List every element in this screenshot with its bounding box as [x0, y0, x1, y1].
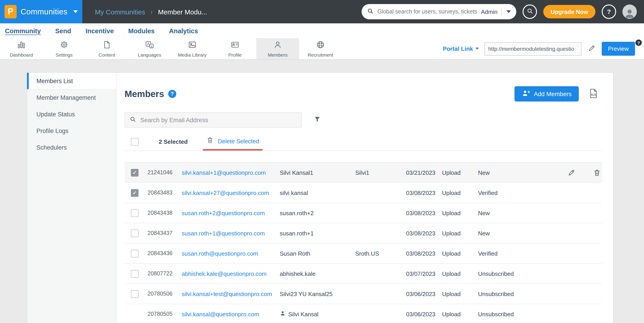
page-title: Members: [124, 89, 164, 99]
chevron-down-icon: [506, 10, 511, 13]
toolbar-item-content[interactable]: Content: [86, 38, 128, 59]
search-scope-dropdown[interactable]: [502, 8, 512, 15]
nav-item-send[interactable]: Send: [55, 27, 71, 34]
member-source: Upload: [442, 210, 478, 216]
avatar[interactable]: [622, 4, 637, 19]
translate-icon: Aa: [145, 40, 154, 51]
nav-item-community[interactable]: Community: [5, 27, 41, 34]
topbar: P Communities My Communities › Member Mo…: [0, 0, 644, 23]
email-search: [124, 112, 302, 128]
table-header-band: [124, 151, 602, 163]
search-toggle-button[interactable]: [522, 4, 537, 19]
member-email[interactable]: silvi.kansal@questionpro.com: [182, 311, 259, 318]
member-email[interactable]: silvi.kansal+test@questionpro.com: [182, 291, 272, 297]
member-status: New: [478, 210, 559, 216]
breadcrumb-parent-link[interactable]: My Communities: [95, 8, 145, 15]
nav-item-modules[interactable]: Modules: [128, 27, 155, 34]
select-all-checkbox[interactable]: [131, 138, 138, 146]
filter-button[interactable]: [314, 115, 321, 124]
member-last-name: Silvi1: [355, 169, 406, 176]
global-search-input[interactable]: [374, 8, 481, 15]
row-checkbox[interactable]: [131, 189, 138, 197]
delete-member-icon[interactable]: [593, 169, 601, 176]
member-first-name-text: Silvi23 YU Kansal25: [280, 291, 332, 297]
member-status: New: [478, 230, 559, 237]
email-search-input[interactable]: [136, 117, 297, 123]
member-email[interactable]: silvi.kansal+1@questionpro.com: [182, 169, 266, 176]
sidebar-item-member-management[interactable]: Member Management: [27, 89, 116, 106]
app-switcher[interactable]: P Communities: [0, 0, 82, 23]
content-area: Members List Member Management Update St…: [0, 60, 644, 323]
sidebar-item-members-list[interactable]: Members List: [27, 73, 116, 89]
row-checkbox[interactable]: [131, 290, 138, 298]
member-source: Upload: [442, 270, 478, 277]
portal-url-input[interactable]: [484, 42, 582, 55]
member-row: 20843437 susan.roth+1@questionpro.com su…: [124, 223, 602, 244]
header-actions: Add Members XLS: [514, 86, 598, 101]
delete-selected-button[interactable]: Delete Selected: [203, 133, 263, 150]
row-checkbox[interactable]: [131, 229, 138, 237]
member-email[interactable]: abhishek.kale@questionpro.com: [182, 270, 267, 277]
trash-icon: [207, 137, 214, 146]
member-id: 20780505: [148, 311, 182, 317]
selected-count: 2 Selected: [159, 138, 188, 145]
app-window: P Communities My Communities › Member Mo…: [0, 0, 644, 323]
svg-text:a: a: [151, 45, 152, 48]
member-status: Unsubscribed: [478, 291, 559, 297]
members-card: Members List Member Management Update St…: [26, 72, 614, 323]
member-email[interactable]: susan.roth+2@questionpro.com: [182, 210, 265, 216]
member-joined-date: 03/08/2023: [406, 230, 442, 237]
row-checkbox[interactable]: [131, 270, 138, 277]
member-first-name-text: abhishek.kale: [280, 270, 316, 277]
member-status: Verified: [478, 189, 559, 196]
member-email[interactable]: silvi.kansal+27@questionpro.com: [182, 189, 269, 196]
add-members-button[interactable]: Add Members: [514, 86, 579, 101]
member-status: Unsubscribed: [478, 270, 559, 277]
edit-member-icon[interactable]: [568, 169, 575, 176]
sidebar-item-profile-logs[interactable]: Profile Logs: [27, 123, 116, 139]
member-source: Upload: [442, 230, 478, 237]
member-joined-date: 03/06/2023: [406, 291, 442, 297]
member-email[interactable]: susan.roth+1@questionpro.com: [182, 230, 265, 237]
nav-item-analytics[interactable]: Analytics: [169, 27, 198, 34]
toolbar-item-languages[interactable]: Aa Languages: [128, 38, 171, 59]
toolbar-item-media-library[interactable]: Media Library: [171, 38, 214, 59]
toolbar-item-profile[interactable]: Profile: [214, 38, 256, 59]
svg-text:XLS: XLS: [591, 93, 596, 96]
member-first-name-text: silvi kansal: [280, 189, 308, 196]
row-checkbox[interactable]: [131, 209, 138, 217]
panel-header: Members ? Add Members XLS: [124, 86, 602, 101]
toolbar-item-settings[interactable]: Settings: [43, 38, 86, 59]
sidebar-item-schedulers[interactable]: Schedulers: [27, 139, 116, 156]
help-button[interactable]: ?: [602, 4, 616, 19]
svg-text:A: A: [147, 42, 150, 46]
row-checkbox[interactable]: [131, 169, 138, 176]
toolbar-item-members[interactable]: Members: [256, 38, 299, 59]
selection-bar: 2 Selected Delete Selected: [124, 133, 602, 151]
nav-item-incentive[interactable]: Incentive: [86, 27, 114, 34]
breadcrumb-current: Member Modu...: [158, 8, 207, 15]
member-row: 20780506 silvi.kansal+test@questionpro.c…: [124, 284, 602, 304]
row-checkbox[interactable]: [131, 250, 138, 257]
member-source: Upload: [442, 169, 478, 176]
export-xls-button[interactable]: XLS: [588, 87, 598, 100]
member-email[interactable]: susan.roth@questionpro.com: [182, 250, 258, 257]
sidebar-item-update-status[interactable]: Update Status: [27, 106, 116, 123]
members-help-badge[interactable]: ?: [168, 90, 176, 98]
toolbar-help-badge[interactable]: ?: [636, 39, 642, 46]
member-first-name-text: Silvi Kansal1: [280, 169, 313, 176]
upgrade-now-button[interactable]: Upgrade Now: [543, 5, 596, 18]
portal-link-dropdown[interactable]: Portal Link: [443, 45, 479, 52]
preview-button[interactable]: Preview: [602, 42, 635, 56]
member-row: 20780505 silvi.kansal@questionpro.com Si…: [124, 304, 602, 323]
member-row: 20807722 abhishek.kale@questionpro.com a…: [124, 264, 602, 284]
contact-card-icon: [230, 40, 240, 51]
gear-icon: [59, 40, 69, 51]
member-id: 20843437: [148, 230, 182, 236]
toolbar-item-recruitment[interactable]: Recruitment: [299, 38, 342, 59]
member-id: 20780506: [148, 291, 182, 297]
toolbar-item-dashboard[interactable]: Dashboard: [0, 38, 43, 59]
member-row: 21241046 silvi.kansal+1@questionpro.com …: [124, 163, 602, 183]
search-icon: [526, 8, 533, 16]
edit-portal-url-button[interactable]: [587, 43, 596, 54]
